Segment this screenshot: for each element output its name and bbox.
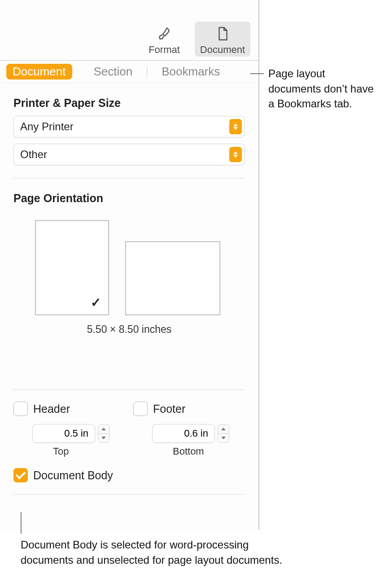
printer-select-value: Any Printer [20,120,74,133]
header-column: Header Top [13,400,125,457]
header-margin-stepper[interactable] [98,424,109,443]
document-body-checkbox[interactable] [13,468,28,482]
footer-column: Footer Bottom [133,400,245,457]
document-inspector-panel: Format Document Document Section Bookmar… [0,0,259,530]
tab-document[interactable]: Document [6,64,72,80]
chevron-updown-icon [229,147,242,162]
footer-caption: Bottom [173,446,245,457]
inspector-toolbar: Format Document [0,0,258,61]
footer-label: Footer [153,402,185,416]
tab-separator [147,66,147,78]
footer-checkbox[interactable] [133,402,148,416]
footer-margin-input[interactable] [152,424,215,443]
orientation-row: ✓ [0,211,258,315]
inspector-tabstrip: Document Section Bookmarks [0,61,258,83]
callout-docbody-note: Document Body is selected for word-proce… [21,537,299,567]
document-icon [214,25,231,42]
printer-section-title: Printer & Paper Size [0,83,258,116]
header-footer-group: Header Top Footer [0,390,258,457]
header-checkbox[interactable] [13,402,28,416]
format-tool-label: Format [149,44,180,56]
orientation-portrait-button[interactable]: ✓ [35,220,109,315]
tab-bookmarks[interactable]: Bookmarks [155,64,226,80]
callout-leader-line [250,73,264,74]
header-margin-input[interactable] [32,424,95,443]
orientation-title: Page Orientation [0,178,258,211]
document-body-row: Document Body [0,457,258,482]
printer-select[interactable]: Any Printer [13,116,245,137]
footer-margin-stepper[interactable] [218,424,229,443]
section-divider [13,494,245,495]
format-tool-button[interactable]: Format [136,22,192,57]
paper-size-select[interactable]: Other [13,144,245,165]
callout-bookmarks-note: Page layout documents don’t have a Bookm… [268,66,376,111]
callout-leader-line [21,512,22,534]
header-label: Header [33,402,70,416]
document-body-label: Document Body [33,469,113,482]
tab-section[interactable]: Section [87,64,139,80]
page-dimensions-label: 5.50 × 8.50 inches [0,323,258,336]
paintbrush-icon [156,25,173,42]
header-caption: Top [53,446,125,457]
chevron-updown-icon [229,119,242,134]
document-tool-button[interactable]: Document [195,22,250,57]
printer-popup-group: Any Printer Other [0,116,258,178]
document-tool-label: Document [200,44,245,56]
checkmark-icon: ✓ [91,295,101,310]
orientation-landscape-button[interactable] [125,241,220,315]
paper-size-select-value: Other [20,148,47,161]
